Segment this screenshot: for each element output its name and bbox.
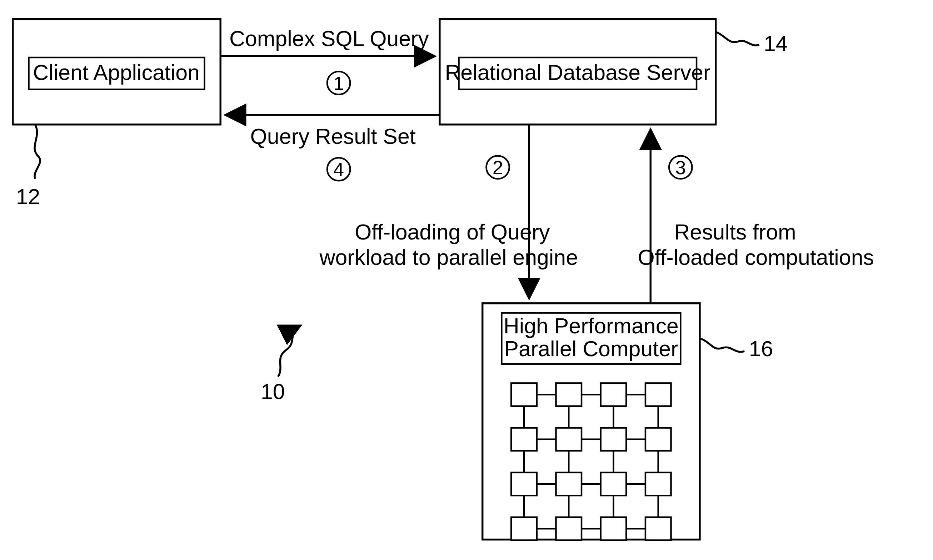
svg-rect-21 xyxy=(645,428,671,451)
client-label: Client Application xyxy=(33,60,200,85)
svg-rect-17 xyxy=(645,383,671,406)
edge-1: Complex SQL Query 1 xyxy=(221,26,434,95)
edge-3: 3 Results from Off-loaded computations xyxy=(638,129,874,303)
ref-16: 16 xyxy=(700,337,773,361)
ref-16-label: 16 xyxy=(749,337,773,361)
edge-3-number: 3 xyxy=(675,157,686,178)
svg-rect-19 xyxy=(556,428,581,451)
server-label: Relational Database Server xyxy=(445,60,711,85)
ref-10-label: 10 xyxy=(261,379,285,404)
diagram-root: Client Application Relational Database S… xyxy=(0,0,933,560)
svg-rect-27 xyxy=(556,517,581,540)
ref-12: 12 xyxy=(16,125,40,209)
ref-14-label: 14 xyxy=(764,31,788,56)
svg-rect-23 xyxy=(556,472,581,495)
ref-10: 10 xyxy=(261,326,301,404)
svg-rect-25 xyxy=(645,472,671,495)
hpc-label-line1: High Performance xyxy=(504,314,679,338)
edge-2-label-line1: Off-loading of Query xyxy=(355,220,550,244)
svg-rect-16 xyxy=(601,383,626,406)
edge-2-label-line2: workload to parallel engine xyxy=(319,245,578,269)
hpc-node: High Performance Parallel Computer xyxy=(483,303,700,540)
edge-1-label: Complex SQL Query xyxy=(229,26,429,51)
svg-rect-26 xyxy=(511,517,537,540)
ref-14: 14 xyxy=(716,31,788,56)
edge-4-label: Query Result Set xyxy=(250,124,416,148)
edge-3-label-line2: Off-loaded computations xyxy=(638,245,874,269)
server-node: Relational Database Server xyxy=(440,19,716,125)
svg-rect-18 xyxy=(511,428,537,451)
client-node: Client Application xyxy=(13,19,221,125)
svg-rect-28 xyxy=(601,517,626,540)
svg-rect-22 xyxy=(511,472,537,495)
edge-4: Query Result Set 4 xyxy=(226,115,440,181)
edge-2: 2 Off-loading of Query workload to paral… xyxy=(319,125,578,298)
svg-rect-20 xyxy=(601,428,626,451)
svg-rect-15 xyxy=(556,383,581,406)
edge-3-label-line1: Results from xyxy=(674,220,796,244)
hpc-label-line2: Parallel Computer xyxy=(504,337,678,361)
edge-2-number: 2 xyxy=(493,157,503,178)
edge-4-number: 4 xyxy=(333,158,344,180)
edge-1-number: 1 xyxy=(333,72,344,94)
svg-rect-14 xyxy=(511,383,537,406)
svg-rect-24 xyxy=(601,472,626,495)
ref-12-label: 12 xyxy=(16,185,40,209)
svg-rect-29 xyxy=(645,517,671,540)
